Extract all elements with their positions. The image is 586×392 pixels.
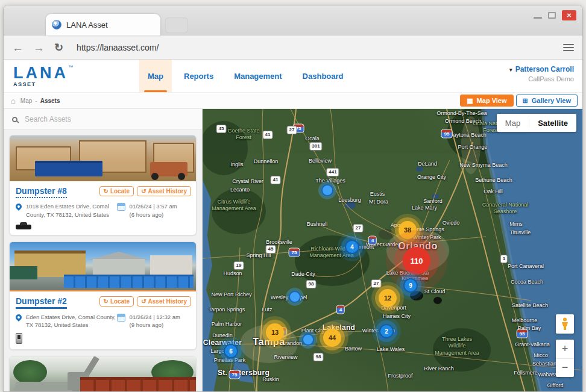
asset-history-button[interactable]: ↺ Asset History	[137, 296, 191, 306]
map-marker-cluster[interactable]: 13	[266, 323, 284, 341]
location-pin-icon	[14, 313, 23, 321]
locate-button[interactable]: ↻ Locate	[99, 296, 134, 306]
road-shield: 45	[216, 125, 227, 133]
search-bar	[4, 109, 202, 130]
map-marker-cluster[interactable]: 44	[323, 329, 341, 347]
map-marker-dot[interactable]	[302, 334, 314, 346]
breadcrumb-bar: ⌂ Map - Assets ▦ Map View ⊞ Gallery View	[4, 93, 582, 109]
close-icon[interactable]: ✕	[562, 10, 576, 20]
breadcrumb-map[interactable]: Map	[20, 98, 32, 104]
asset-time-ago: (9 hours ago)	[130, 322, 164, 328]
map-place-label: Hudson	[223, 270, 242, 276]
map-place-label: Ormond Beach	[445, 118, 482, 124]
lana-logo[interactable]: LANA™ ASSET	[13, 65, 73, 87]
map-place-label: Palm Harbor	[212, 321, 242, 327]
maximize-icon[interactable]	[548, 12, 556, 19]
user-menu[interactable]: ▾Patterson Carroll CallPass Demo	[509, 65, 574, 82]
map-marker-dot[interactable]	[289, 291, 301, 303]
asset-card-dumpster-8[interactable]: Dumpster #8 ↻ Locate ↺ Asset History	[9, 135, 197, 235]
reload-icon[interactable]: ↻	[54, 41, 63, 54]
map-place-label: Dade City	[291, 271, 315, 277]
map-marker-cluster[interactable]: 4	[345, 240, 359, 254]
asset-title[interactable]: Dumpster #2	[16, 296, 67, 309]
map-type-toggle: Map Satellite	[497, 114, 576, 132]
map-canvas[interactable]: Ormond-By-The-SeaOrmond BeachDaytona Bea…	[203, 109, 582, 392]
map-place-label: Lecanto	[230, 187, 250, 193]
map-place-label: St. Petersburg	[218, 369, 269, 377]
menu-icon[interactable]	[563, 44, 574, 51]
nav-item-reports[interactable]: Reports	[175, 60, 222, 92]
map-marker-cluster[interactable]: 9	[403, 278, 418, 293]
map-place-label: Belleview	[309, 158, 332, 164]
map-marker-cluster[interactable]: 110	[403, 247, 430, 275]
road-shield: 19	[234, 261, 244, 270]
nav-item-dashboard[interactable]: Dashboard	[294, 60, 352, 92]
map-place-label: Sebastian	[532, 361, 556, 367]
tracker-device-icon	[16, 333, 22, 344]
map-type-map-button[interactable]: Map	[497, 119, 529, 128]
home-icon[interactable]: ⌂	[11, 96, 16, 105]
road-shield: 27	[353, 224, 364, 232]
map-place-label: Port Orange	[458, 144, 487, 150]
map-place-label: Haines City	[383, 313, 411, 319]
browser-toolbar: ← → ↻ https://lanaasset.com/	[4, 36, 582, 60]
zoom-in-button[interactable]: +	[556, 340, 574, 359]
map-place-label: St Cloud	[424, 288, 446, 294]
browser-window: LANA Asset ✕ ← → ↻ https://lanaasset.com…	[3, 5, 583, 392]
map-marker-cluster[interactable]: 2	[379, 324, 394, 338]
map-place-label: Palm Bay	[518, 325, 541, 331]
user-name: Patterson Carroll	[515, 65, 574, 73]
map-type-satellite-button[interactable]: Satellite	[529, 119, 576, 128]
globe-favicon-icon	[52, 20, 61, 30]
map-marker-cluster[interactable]: 38	[399, 221, 417, 239]
road-shield: 27	[287, 126, 297, 134]
asset-title[interactable]: Dumpster #8	[16, 186, 67, 198]
asset-history-button[interactable]: ↺ Asset History	[137, 186, 191, 196]
map-place-label: Micco	[534, 352, 548, 358]
browser-tab[interactable]: LANA Asset	[46, 14, 160, 36]
map-place-label: Ormond-By-The-Sea	[436, 110, 487, 116]
map-view-button[interactable]: ▦ Map View	[460, 95, 513, 107]
asset-card-dumpster-2[interactable]: Dumpster #2 ↻ Locate ↺ Asset History	[9, 241, 197, 350]
history-icon: ↺	[141, 188, 146, 194]
asset-address: Eden Estates Drive, Comal County, TX 781…	[26, 313, 117, 330]
map-place-label: Leesburg	[338, 197, 361, 203]
search-input[interactable]	[25, 115, 169, 123]
map-place-label: Tarpon Springs	[209, 306, 245, 313]
map-place-label: Oviedo	[443, 220, 460, 226]
browser-titlebar: LANA Asset ✕	[4, 5, 582, 36]
locate-button[interactable]: ↻ Locate	[99, 186, 134, 196]
asset-sidebar: Dumpster #8 ↻ Locate ↺ Asset History	[4, 109, 203, 392]
back-icon[interactable]: ←	[12, 42, 24, 54]
map-place-label: Winter Park	[412, 234, 441, 240]
map-place-label: Sanford	[423, 198, 443, 204]
map-place-label: Melbourne	[512, 317, 538, 323]
zoom-out-button[interactable]: −	[556, 359, 574, 378]
map-place-label: Gifford	[547, 382, 564, 388]
calendar-icon	[117, 314, 125, 322]
pegman-button[interactable]	[556, 314, 574, 334]
dumpster-image	[64, 275, 194, 288]
map-place-label: Port Canaveral	[508, 263, 544, 269]
road-shield: 95	[441, 129, 453, 138]
url-bar[interactable]: https://lanaasset.com/	[77, 43, 159, 52]
nav-item-management[interactable]: Management	[225, 60, 290, 92]
map-place-label: New Port Richey	[211, 291, 251, 297]
grid-icon: ▦	[467, 98, 473, 104]
location-pin-icon	[14, 202, 23, 211]
map-place-label: Bushnell	[307, 221, 328, 227]
minimize-icon[interactable]	[534, 17, 542, 19]
road-shield: 75	[289, 248, 300, 257]
gallery-view-button[interactable]: ⊞ Gallery View	[516, 95, 578, 107]
map-marker-dot[interactable]	[321, 184, 333, 196]
nav-item-map[interactable]: Map	[139, 60, 172, 92]
map-marker-cluster[interactable]: 12	[379, 289, 397, 307]
asset-card-dumpster-5[interactable]: Dumpster #5 ↻ Locate ↺ Asset History	[9, 356, 197, 392]
breadcrumb-assets: Assets	[40, 98, 60, 104]
asset-datetime: 01/26/24 | 3:57 am	[130, 203, 177, 210]
road-shield: 4	[336, 305, 345, 314]
new-tab-button[interactable]	[165, 17, 188, 33]
map-marker-cluster[interactable]: 6	[224, 344, 238, 358]
map-place-label: Inglis	[230, 161, 243, 167]
forward-icon[interactable]: →	[33, 42, 45, 54]
